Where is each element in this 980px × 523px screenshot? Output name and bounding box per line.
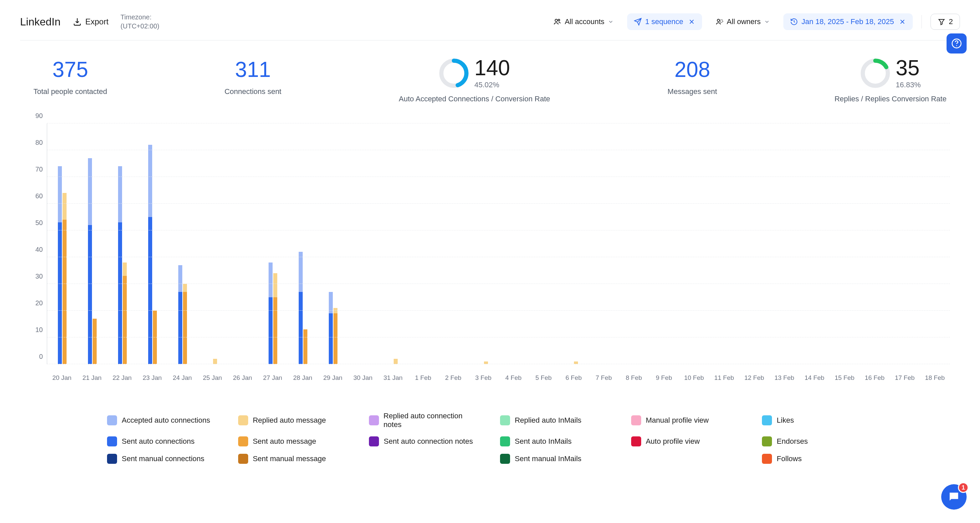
accounts-label: All accounts — [565, 17, 605, 26]
timezone-value: (UTC+02:00) — [121, 22, 159, 30]
close-icon[interactable] — [688, 18, 695, 25]
legend-swatch — [500, 436, 510, 447]
stat-value: 375 — [52, 57, 88, 82]
x-axis: 20 Jan21 Jan22 Jan23 Jan24 Jan25 Jan26 J… — [47, 374, 950, 382]
x-tick: 1 Feb — [408, 374, 438, 382]
bar-group — [920, 123, 950, 364]
y-tick: 50 — [35, 219, 43, 227]
bar-group — [769, 123, 799, 364]
legend-item[interactable]: Endorses — [762, 436, 873, 447]
download-icon — [73, 17, 82, 26]
legend-swatch — [762, 454, 772, 464]
bar-group — [408, 123, 439, 364]
timezone-display: Timezone: (UTC+02:00) — [121, 13, 159, 30]
chevron-down-icon — [608, 19, 614, 25]
x-tick: 11 Feb — [709, 374, 739, 382]
bar-group — [649, 123, 679, 364]
help-icon — [951, 38, 962, 49]
owners-dropdown[interactable]: All owners — [709, 13, 776, 30]
legend-item[interactable]: Sent auto message — [238, 436, 349, 447]
legend-item[interactable]: Sent auto connection notes — [369, 436, 480, 447]
x-tick: 7 Feb — [589, 374, 619, 382]
owner-icon — [716, 18, 724, 26]
bar-group — [378, 123, 408, 364]
close-icon[interactable] — [899, 18, 906, 25]
bar-group — [799, 123, 829, 364]
bar-segment — [148, 217, 152, 364]
legend-item[interactable]: Auto profile view — [631, 436, 742, 447]
legend-swatch — [631, 415, 641, 425]
bar-segment — [88, 225, 92, 364]
bar-group — [589, 123, 619, 364]
x-tick: 25 Jan — [197, 374, 228, 382]
bar-group — [829, 123, 859, 364]
y-tick: 30 — [35, 273, 43, 280]
bar-group — [47, 123, 77, 364]
stat-label: Connections sent — [224, 87, 281, 96]
svg-point-9 — [956, 45, 957, 46]
x-tick: 10 Feb — [679, 374, 709, 382]
legend-label: Sent auto connection notes — [383, 437, 473, 446]
x-tick: 14 Feb — [799, 374, 829, 382]
x-tick: 26 Jan — [228, 374, 258, 382]
bar-stack — [93, 319, 97, 364]
legend-item[interactable]: Replied auto InMails — [500, 412, 611, 429]
legend-item[interactable]: Sent manual connections — [107, 454, 218, 464]
y-tick: 40 — [35, 246, 43, 253]
bar-stack — [394, 359, 398, 364]
legend-label: Endorses — [776, 437, 808, 446]
history-icon — [790, 18, 798, 26]
legend-label: Replied auto message — [253, 416, 326, 425]
legend-swatch — [762, 415, 772, 425]
legend-label: Replied auto connection notes — [383, 412, 480, 429]
bar-group — [77, 123, 107, 364]
bar-segment — [123, 276, 127, 364]
legend-swatch — [500, 415, 510, 425]
legend-label: Accepted auto connections — [122, 416, 210, 425]
legend-item[interactable]: Likes — [762, 412, 873, 429]
x-tick: 12 Feb — [739, 374, 769, 382]
x-tick: 22 Jan — [107, 374, 137, 382]
help-button[interactable] — [947, 33, 967, 54]
legend-item[interactable]: Replied auto connection notes — [369, 412, 480, 429]
sequence-filter[interactable]: 1 sequence — [627, 13, 702, 30]
accounts-dropdown[interactable]: All accounts — [547, 13, 620, 30]
stat-label: Replies / Replies Conversion Rate — [835, 95, 947, 103]
legend-item[interactable]: Sent manual InMails — [500, 454, 611, 464]
bar-segment — [329, 313, 333, 364]
legend-item[interactable]: Manual profile view — [631, 412, 742, 429]
legend-swatch — [238, 454, 248, 464]
bar-segment — [88, 158, 92, 225]
legend-item[interactable] — [631, 454, 742, 464]
legend-item[interactable]: Accepted auto connections — [107, 412, 218, 429]
y-tick: 10 — [35, 326, 43, 334]
x-tick: 9 Feb — [649, 374, 679, 382]
filter-icon — [937, 18, 945, 26]
legend-item[interactable]: Sent auto connections — [107, 436, 218, 447]
legend-swatch — [500, 454, 510, 464]
legend-item[interactable]: Follows — [762, 454, 873, 464]
x-tick: 30 Jan — [348, 374, 378, 382]
bar-segment — [273, 297, 277, 364]
bar-stack — [118, 166, 122, 364]
x-tick: 3 Feb — [468, 374, 498, 382]
legend-label: Sent auto message — [253, 437, 317, 446]
legend-item[interactable] — [369, 454, 480, 464]
bar-segment — [178, 292, 182, 364]
gridline — [47, 150, 950, 150]
legend-item[interactable]: Replied auto message — [238, 412, 349, 429]
export-button[interactable]: Export — [73, 17, 108, 26]
chat-button[interactable]: 1 — [941, 484, 967, 510]
filter-button[interactable]: 2 — [931, 14, 960, 30]
x-tick: 2 Feb — [438, 374, 468, 382]
x-tick: 13 Feb — [769, 374, 799, 382]
bar-group — [679, 123, 709, 364]
daterange-filter[interactable]: Jan 18, 2025 - Feb 18, 2025 — [783, 13, 912, 30]
bar-stack — [273, 273, 277, 364]
legend-item[interactable]: Sent auto InMails — [500, 436, 611, 447]
chart-container: 0102030405060708090 20 Jan21 Jan22 Jan23… — [20, 117, 960, 388]
stats-row: 375 Total people contacted 311 Connectio… — [20, 40, 960, 117]
legend-item[interactable]: Sent manual message — [238, 454, 349, 464]
x-tick: 23 Jan — [137, 374, 167, 382]
stat-pct: 16.83% — [896, 81, 921, 89]
